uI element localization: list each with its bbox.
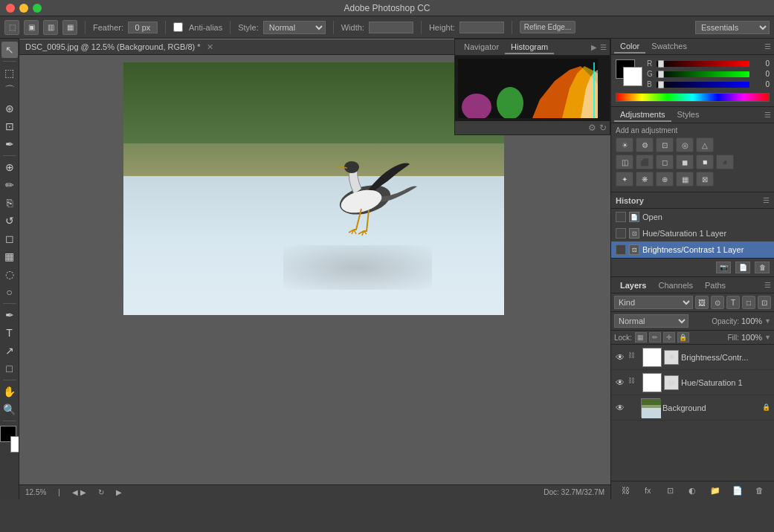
feather-input[interactable] <box>128 22 158 33</box>
blue-slider[interactable] <box>657 82 749 88</box>
rotate-btn[interactable]: ↻ <box>98 488 104 496</box>
spot-heal-tool[interactable]: ⊕ <box>1 159 18 175</box>
shape-tool[interactable]: □ <box>1 360 18 377</box>
marquee-btn3[interactable]: ▦ <box>62 20 77 35</box>
histogram-refresh-icon[interactable]: ↻ <box>599 123 607 133</box>
selective-color-btn[interactable]: ⊠ <box>696 172 714 186</box>
levels-adj-btn[interactable]: ⚙ <box>636 137 654 152</box>
anti-alias-checkbox[interactable] <box>173 22 183 32</box>
layer-chain-hue[interactable]: ⛓ <box>628 377 640 389</box>
text-tool[interactable]: T <box>1 325 18 341</box>
style-select[interactable]: Normal Fixed Ratio Fixed Size <box>263 21 326 34</box>
refine-edge-button[interactable]: Refine Edge... <box>520 21 575 33</box>
tab-histogram[interactable]: Histogram <box>505 41 554 54</box>
blur-tool[interactable]: ◌ <box>1 266 18 282</box>
gradient-tool[interactable]: ▦ <box>1 248 18 265</box>
eraser-tool[interactable]: ◻ <box>1 230 18 247</box>
lasso-tool[interactable]: ⌒ <box>1 82 18 99</box>
history-item-hue[interactable]: ⊡ Hue/Saturation 1 Layer <box>611 225 774 241</box>
invert-btn[interactable]: ✦ <box>616 172 633 186</box>
hand-tool[interactable]: ✋ <box>1 383 18 400</box>
layer-item-hue[interactable]: 👁 ⛓ ◎ Hue/Saturation 1 <box>611 370 774 395</box>
layer-item-brightness[interactable]: 👁 ⛓ ☀ Brightness/Contr... <box>611 345 774 370</box>
nav-arrows[interactable]: ◀ ▶ <box>72 488 86 496</box>
color-panel-collapse[interactable]: ☰ <box>764 42 771 51</box>
panel-menu-btn[interactable]: ☰ <box>600 43 607 51</box>
lock-image-btn[interactable]: ✏ <box>649 332 661 343</box>
history-item-open[interactable]: 📄 Open <box>611 209 774 225</box>
gradient-map-btn[interactable]: ▦ <box>676 172 694 186</box>
new-fill-adj-btn[interactable]: ◐ <box>685 484 700 496</box>
tab-styles[interactable]: Styles <box>671 108 706 122</box>
layer-eye-hue[interactable]: 👁 <box>614 377 626 389</box>
history-snapshot-btn[interactable]: 📷 <box>716 262 731 273</box>
filter-pixel-btn[interactable]: 🖼 <box>695 296 709 309</box>
red-slider[interactable] <box>657 61 749 67</box>
filter-smart-btn[interactable]: ⊡ <box>758 296 771 309</box>
history-delete-btn[interactable]: 🗑 <box>755 262 770 273</box>
exposure-adj-btn[interactable]: ◎ <box>676 137 694 152</box>
close-button[interactable] <box>6 4 15 13</box>
color-bar[interactable] <box>616 93 770 102</box>
brightness-adj-btn[interactable]: ☀ <box>616 137 633 152</box>
delete-layer-btn[interactable]: 🗑 <box>752 484 767 496</box>
clone-tool[interactable]: ⎘ <box>1 195 18 211</box>
red-thumb[interactable] <box>658 60 664 68</box>
add-mask-btn[interactable]: ⊡ <box>662 484 677 496</box>
brush-tool[interactable]: ✏ <box>1 177 18 193</box>
tab-layers[interactable]: Layers <box>614 279 652 291</box>
tab-channels[interactable]: Channels <box>652 279 698 291</box>
layer-chain-brightness[interactable]: ⛓ <box>628 351 640 363</box>
filter-shape-btn[interactable]: □ <box>742 296 755 309</box>
tab-swatches[interactable]: Swatches <box>645 40 693 53</box>
selection-tool-options[interactable]: ⬚ <box>4 20 19 35</box>
add-style-btn[interactable]: fx <box>640 484 655 496</box>
channel-mixer-btn[interactable]: ◽ <box>696 155 714 169</box>
opacity-value[interactable]: 100% <box>741 317 762 325</box>
fill-value[interactable]: 100% <box>741 333 762 342</box>
green-slider[interactable] <box>657 71 749 77</box>
tab-color[interactable]: Color <box>614 40 645 53</box>
curves-adj-btn[interactable]: ⊡ <box>656 137 674 152</box>
crop-tool[interactable]: ⊡ <box>1 118 18 134</box>
history-new-doc-btn[interactable]: 📄 <box>735 262 750 273</box>
marquee-btn[interactable]: ▣ <box>24 20 39 35</box>
threshold-btn[interactable]: ⊕ <box>656 172 674 186</box>
photo-filter-btn[interactable]: ◼ <box>676 155 694 169</box>
layer-eye-brightness[interactable]: 👁 <box>614 351 626 363</box>
filter-adj-btn[interactable]: ⊙ <box>711 296 724 309</box>
lock-all-btn[interactable]: 🔒 <box>677 332 689 343</box>
lock-position-btn[interactable]: ✛ <box>663 332 675 343</box>
tab-navigator[interactable]: Navigator <box>458 41 505 54</box>
blue-thumb[interactable] <box>658 81 664 88</box>
layer-eye-background[interactable]: 👁 <box>614 402 626 414</box>
move-tool[interactable]: ↖ <box>1 42 18 58</box>
blend-mode-select[interactable]: Normal Multiply Screen Overlay <box>614 314 688 328</box>
height-input[interactable] <box>459 22 504 33</box>
green-thumb[interactable] <box>658 71 664 78</box>
quick-select-tool[interactable]: ⊛ <box>1 100 18 117</box>
new-group-btn[interactable]: 📁 <box>708 484 723 496</box>
close-doc-btn[interactable]: ✕ <box>207 42 213 52</box>
histogram-settings-icon[interactable]: ⚙ <box>588 123 596 133</box>
history-item-brightness[interactable]: ⊡ Brightness/Contrast 1 Layer <box>611 241 774 258</box>
path-select[interactable]: ↗ <box>1 343 18 359</box>
zoom-tool[interactable]: 🔍 <box>1 401 18 418</box>
adj-panel-collapse[interactable]: ☰ <box>764 111 771 119</box>
bw-adj-btn[interactable]: ◻ <box>656 155 674 169</box>
forward-btn[interactable]: ▶ <box>116 488 122 496</box>
hsl-adj-btn[interactable]: ◫ <box>616 155 633 169</box>
layer-item-background[interactable]: 👁 Background 🔒 <box>611 395 774 421</box>
minimize-button[interactable] <box>19 4 28 13</box>
background-swatch[interactable] <box>623 67 642 86</box>
fill-chevron[interactable]: ▼ <box>764 334 771 341</box>
filter-type-btn[interactable]: T <box>726 296 740 309</box>
posterize-btn[interactable]: ❋ <box>636 172 654 186</box>
new-layer-btn[interactable]: 📄 <box>730 484 745 496</box>
marquee-tool[interactable]: ⬚ <box>1 65 18 81</box>
workspace-select[interactable]: Essentials <box>695 21 770 34</box>
background-color[interactable] <box>10 436 19 452</box>
eyedropper-tool[interactable]: ✒ <box>1 136 18 152</box>
history-panel-menu[interactable]: ☰ <box>763 196 770 204</box>
color-lookup-btn[interactable]: ◾ <box>716 155 734 169</box>
